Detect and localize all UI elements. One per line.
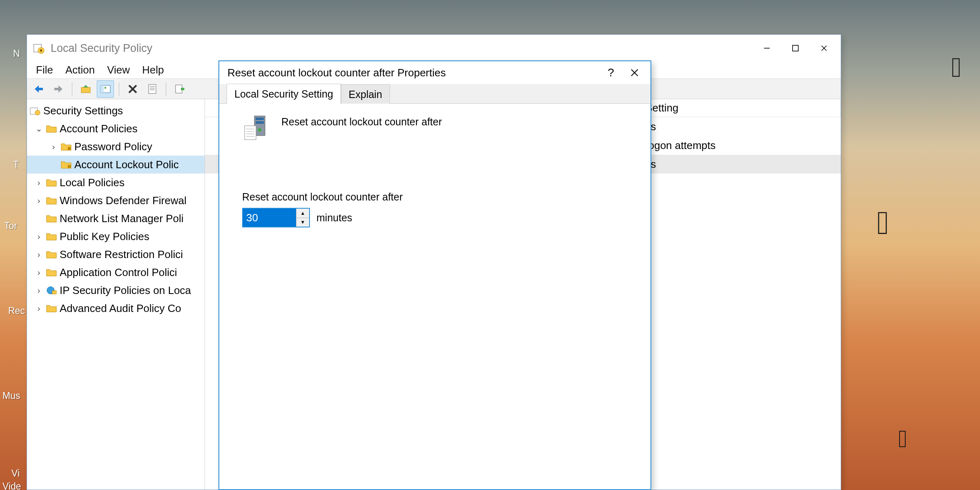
nav-tree: Security Settings ⌄ Account Policies › P… xyxy=(27,99,205,490)
folder-icon xyxy=(46,124,57,133)
tree-item-network-list-manager[interactable]: Network List Manager Poli xyxy=(27,209,205,227)
chevron-right-icon[interactable]: › xyxy=(34,304,43,313)
svg-rect-27 xyxy=(256,118,264,120)
minutes-spinner[interactable]: ▲ ▼ xyxy=(242,208,310,227)
tree-item-password-policy[interactable]: › Password Policy xyxy=(27,138,205,156)
menu-file[interactable]: File xyxy=(36,64,53,76)
svg-rect-30 xyxy=(245,126,256,140)
chevron-right-icon[interactable]: › xyxy=(34,232,43,241)
bird-silhouette-icon: 𓅯 xyxy=(951,51,962,83)
chevron-right-icon[interactable]: › xyxy=(34,268,43,277)
tab-explain[interactable]: Explain xyxy=(341,84,390,104)
maximize-button[interactable] xyxy=(781,38,810,59)
toolbar-back-button[interactable] xyxy=(30,80,47,98)
chevron-right-icon[interactable]: › xyxy=(34,286,43,295)
chevron-right-icon[interactable]: › xyxy=(49,142,58,151)
properties-dialog: Reset account lockout counter after Prop… xyxy=(218,60,651,490)
desktop-label: Vi xyxy=(11,468,20,479)
folder-icon xyxy=(46,250,57,259)
menu-help[interactable]: Help xyxy=(142,64,164,76)
folder-lock-icon xyxy=(60,160,72,169)
tree-label: Application Control Polici xyxy=(60,266,177,279)
toolbar-forward-button[interactable] xyxy=(50,80,67,98)
toolbar-export-button[interactable] xyxy=(171,80,188,98)
folder-up-icon xyxy=(80,84,91,94)
toolbar-separator xyxy=(119,82,119,96)
toolbar-show-hide-tree-button[interactable] xyxy=(97,80,114,98)
menu-view[interactable]: View xyxy=(107,64,130,76)
help-button[interactable]: ? xyxy=(599,64,623,82)
minimize-button[interactable] xyxy=(753,38,781,59)
spinner-up-button[interactable]: ▲ xyxy=(296,209,309,218)
svg-rect-2 xyxy=(40,49,42,52)
tree-label: Local Policies xyxy=(60,176,125,189)
tree-panel-icon xyxy=(100,84,111,94)
tree-item-account-policies[interactable]: ⌄ Account Policies xyxy=(27,120,205,138)
tree-label: Public Key Policies xyxy=(60,230,149,243)
tree-label: IP Security Policies on Loca xyxy=(60,284,191,297)
desktop-label: Mus xyxy=(2,390,20,401)
desktop-label: Vide xyxy=(2,481,21,490)
tree-item-public-key-policies[interactable]: › Public Key Policies xyxy=(27,227,205,245)
spinner-down-button[interactable]: ▼ xyxy=(296,218,309,227)
close-icon xyxy=(630,68,639,77)
svg-rect-28 xyxy=(256,121,264,124)
chevron-right-icon[interactable]: › xyxy=(34,178,43,187)
tree-item-windows-defender-firewall[interactable]: › Windows Defender Firewal xyxy=(27,192,205,209)
window-title: Local Security Policy xyxy=(51,42,753,55)
svg-point-29 xyxy=(258,128,261,131)
svg-rect-4 xyxy=(793,45,798,51)
tree-item-software-restriction[interactable]: › Software Restriction Polici xyxy=(27,245,205,263)
minutes-input[interactable] xyxy=(243,209,296,227)
tree-label: Windows Defender Firewal xyxy=(60,194,187,207)
tree-item-local-policies[interactable]: › Local Policies xyxy=(27,174,205,192)
menu-action[interactable]: Action xyxy=(65,64,95,76)
tree-item-advanced-audit[interactable]: › Advanced Audit Policy Co xyxy=(27,299,205,317)
toolbar-delete-button[interactable] xyxy=(124,80,141,98)
properties-sheet-icon xyxy=(147,84,158,94)
tree-label: Account Lockout Polic xyxy=(74,158,179,171)
help-icon: ? xyxy=(608,66,614,79)
tree-item-application-control[interactable]: › Application Control Polici xyxy=(27,263,205,281)
close-button[interactable] xyxy=(623,64,646,82)
dialog-body: Reset account lockout counter after Rese… xyxy=(219,104,650,489)
toolbar-up-button[interactable] xyxy=(77,80,94,98)
tree-label: Security Settings xyxy=(43,105,123,117)
shield-settings-icon xyxy=(29,106,41,115)
server-policy-icon xyxy=(242,114,271,142)
app-shield-icon xyxy=(33,42,45,54)
unit-label: minutes xyxy=(316,212,352,224)
delete-x-icon xyxy=(127,84,138,94)
tabstrip: Local Security Setting Explain xyxy=(219,84,650,104)
tab-local-security-setting[interactable]: Local Security Setting xyxy=(227,84,341,104)
dialog-titlebar: Reset account lockout counter after Prop… xyxy=(219,61,650,84)
folder-icon xyxy=(46,178,57,187)
toolbar-properties-button[interactable] xyxy=(144,80,161,98)
desktop-label: Tor xyxy=(4,220,17,232)
toolbar-separator xyxy=(166,82,166,96)
chevron-right-icon[interactable]: › xyxy=(34,196,43,205)
chevron-down-icon[interactable]: ⌄ xyxy=(34,124,43,134)
svg-rect-20 xyxy=(68,147,71,150)
close-button[interactable] xyxy=(810,38,838,59)
tree-label: Password Policy xyxy=(74,140,152,153)
tree-label: Account Policies xyxy=(60,122,138,135)
svg-rect-21 xyxy=(68,165,71,168)
policy-name: Reset account lockout counter after xyxy=(281,114,442,128)
folder-icon xyxy=(46,196,57,205)
folder-icon xyxy=(46,214,57,223)
chevron-up-icon: ▲ xyxy=(301,210,305,216)
folder-icon xyxy=(46,304,57,313)
tree-label: Software Restriction Polici xyxy=(60,248,183,261)
tree-label: Network List Manager Poli xyxy=(60,212,183,225)
svg-rect-13 xyxy=(149,85,156,94)
chevron-down-icon: ▼ xyxy=(301,219,305,225)
tree-item-account-lockout-policy[interactable]: Account Lockout Polic xyxy=(27,156,205,174)
tree-item-ip-security[interactable]: › IP Security Policies on Loca xyxy=(27,281,205,299)
folder-icon xyxy=(46,232,57,241)
dialog-title: Reset account lockout counter after Prop… xyxy=(227,67,599,79)
bird-silhouette-icon: 𓅯 xyxy=(877,204,889,242)
tree-root[interactable]: Security Settings xyxy=(27,102,205,120)
chevron-right-icon[interactable]: › xyxy=(34,250,43,259)
svg-point-19 xyxy=(35,110,40,115)
